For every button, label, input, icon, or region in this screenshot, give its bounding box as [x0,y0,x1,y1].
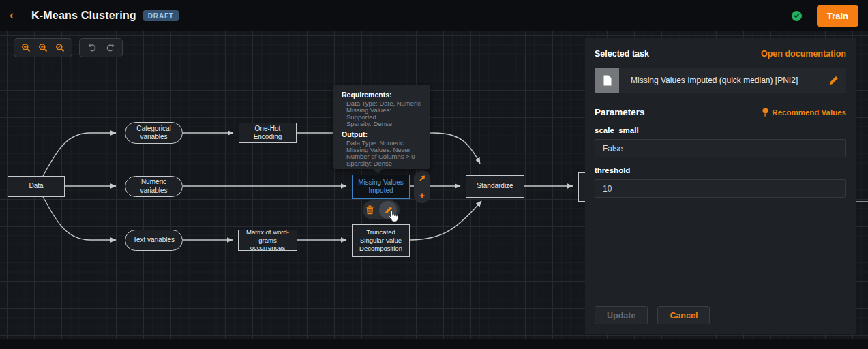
footer-strip [0,339,868,349]
node-data[interactable]: Data [8,176,65,197]
cancel-button[interactable]: Cancel [657,306,710,324]
check-circle-icon [792,11,802,21]
pencil-icon [828,76,839,86]
node-matrix-word-grams[interactable]: Matrix of word-grams occurrences [238,230,297,251]
zoom-in-button[interactable] [18,40,33,56]
plus-icon: + [419,190,425,200]
recommend-values-link[interactable]: Recommend Values [762,108,846,117]
lightbulb-icon [762,108,769,117]
page-title: K-Means Clustering [31,10,136,22]
threshold-input[interactable] [595,179,846,198]
node-one-hot-encoding[interactable]: One-Hot Encoding [239,123,297,143]
arrow-up-right-icon [418,174,426,183]
trash-icon [365,205,374,215]
magnifier-reset-icon [55,43,65,52]
magnifier-plus-icon [21,43,31,52]
undo-button[interactable] [84,40,100,56]
update-button[interactable]: Update [595,306,648,324]
status-badge: DRAFT [143,10,179,21]
open-documentation-link[interactable]: Open documentation [761,49,846,59]
parameters-title: Parameters [595,107,645,117]
add-node-button[interactable]: + [414,187,430,204]
node-requirements-tooltip: Requirements: Data Type: Date, Numeric M… [333,85,430,169]
redo-button[interactable] [102,40,118,56]
param-label-scale-small: scale_small [595,126,846,134]
zoom-toolbar [14,38,72,57]
task-name: Missing Values Imputed (quick median) [P… [619,76,821,85]
panel-title: Selected task [595,49,649,59]
back-button[interactable]: ‹ [10,9,23,23]
delete-node-button[interactable] [365,205,374,215]
history-toolbar [79,38,123,57]
param-label-threshold: threshold [595,166,846,174]
node-toolbar [363,200,400,219]
tooltip-requirements-title: Requirements: [342,91,423,99]
zoom-out-button[interactable] [35,40,50,56]
node-truncated-svd[interactable]: Truncated Singular Value Decomposition [352,224,410,257]
edit-task-button[interactable] [821,76,846,86]
node-standardize[interactable]: Standardize [466,175,524,198]
node-numeric-variables[interactable]: Numeric variables [125,176,183,197]
scale-small-input[interactable] [595,139,846,157]
undo-icon [87,43,97,52]
zoom-reset-button[interactable] [53,40,68,56]
node-categorical-variables[interactable]: Categorical variables [125,122,183,144]
connect-node-button[interactable] [414,170,430,187]
selected-task-panel: Selected task Open documentation Missing… [585,38,856,334]
magnifier-minus-icon [38,43,48,52]
task-row: Missing Values Imputed (quick median) [P… [595,68,846,93]
train-button[interactable]: Train [817,5,858,27]
hand-cursor [386,209,401,225]
node-text-variables[interactable]: Text variables [125,230,183,251]
redo-icon [106,43,115,52]
node-action-pill: + [414,170,430,203]
app-header: ‹ K-Means Clustering DRAFT Train [0,0,868,31]
document-icon [595,68,619,93]
tooltip-output-title: Output: [342,130,423,138]
